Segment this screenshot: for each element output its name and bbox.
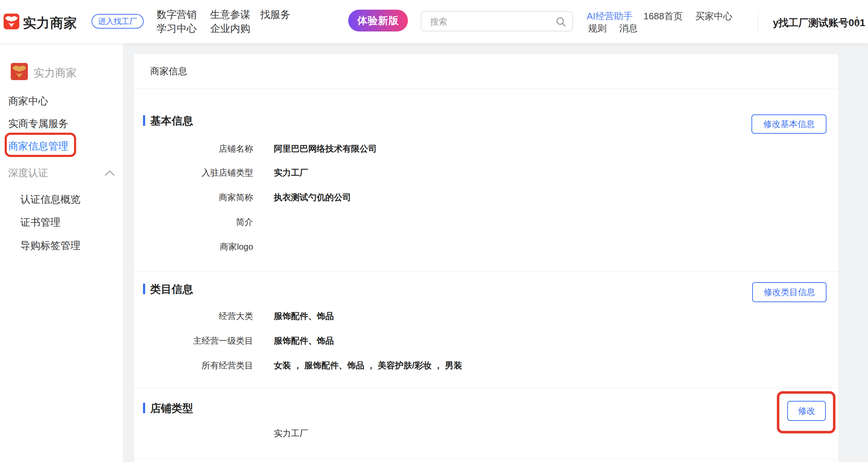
page-title: 商家信息 bbox=[150, 65, 187, 78]
divider bbox=[134, 271, 838, 272]
link-messages[interactable]: 消息 bbox=[619, 22, 638, 35]
field-row: 商家logo bbox=[134, 240, 838, 253]
divider bbox=[134, 458, 838, 459]
field-value-main-first-level-category: 服饰配件、饰品 bbox=[274, 334, 334, 347]
sidebar-item-merchant-info-management[interactable]: 商家信息管理 bbox=[8, 139, 68, 153]
field-value-all-categories: 女装 ， 服饰配件、饰品 ， 美容护肤/彩妆 ， 男装 bbox=[274, 359, 462, 372]
divider bbox=[134, 388, 838, 388]
field-value-shop-type: 实力工厂 bbox=[274, 427, 308, 440]
link-buyer-center[interactable]: 买家中心 bbox=[695, 10, 733, 23]
nav-learning-center[interactable]: 学习中心 bbox=[157, 22, 197, 35]
top-header: 实力商家 进入找工厂 数字营销 学习中心 生意参谋 企业内购 找服务 体验新版 … bbox=[0, 0, 868, 44]
chevron-up-icon[interactable] bbox=[105, 170, 115, 176]
field-label-all-categories: 所有经营类目 bbox=[134, 359, 253, 372]
field-label-merchant-logo: 商家logo bbox=[134, 240, 253, 253]
sidebar-subitem-guide-label-management[interactable]: 导购标签管理 bbox=[20, 239, 80, 252]
try-new-version-button[interactable]: 体验新版 bbox=[348, 10, 408, 31]
field-row: 店铺名称 阿里巴巴网络技术有限公司 bbox=[134, 142, 838, 155]
field-label-entry-shop-type: 入驻店铺类型 bbox=[134, 166, 253, 179]
section-accent-bar bbox=[143, 284, 145, 294]
field-value-shop-name: 阿里巴巴网络技术有限公司 bbox=[274, 142, 377, 155]
field-label-major-category: 经营大类 bbox=[134, 310, 253, 323]
enter-find-factory-button[interactable]: 进入找工厂 bbox=[92, 14, 144, 29]
brand-logo-icon bbox=[4, 14, 19, 29]
nav-digital-marketing[interactable]: 数字营销 bbox=[157, 8, 197, 21]
sidebar-subitem-certificate-management[interactable]: 证书管理 bbox=[20, 216, 60, 229]
divider bbox=[134, 89, 838, 89]
section-accent-bar bbox=[143, 115, 145, 126]
link-1688-home[interactable]: 1688首页 bbox=[643, 10, 683, 23]
sidebar-brand-icon bbox=[11, 63, 28, 80]
section-title-category-info: 类目信息 bbox=[150, 282, 193, 297]
field-row: 主经营一级类目 服饰配件、饰品 bbox=[134, 334, 838, 347]
field-row: 所有经营类目 女装 ， 服饰配件、饰品 ， 美容护肤/彩妆 ， 男装 bbox=[134, 359, 838, 372]
header-divider bbox=[758, 11, 758, 33]
nav-find-services[interactable]: 找服务 bbox=[260, 8, 290, 21]
edit-basic-info-button[interactable]: 修改基本信息 bbox=[751, 114, 827, 134]
field-row: 实力工厂 bbox=[134, 427, 838, 440]
nav-business-advisor[interactable]: 生意参谋 bbox=[210, 8, 250, 21]
field-row: 简介 bbox=[134, 216, 838, 228]
nav-enterprise-purchase[interactable]: 企业内购 bbox=[210, 22, 250, 35]
field-row: 经营大类 服饰配件、饰品 bbox=[134, 310, 838, 323]
section-accent-bar bbox=[143, 403, 145, 413]
link-ai-assistant[interactable]: AI经营助手 bbox=[587, 10, 633, 23]
search-box bbox=[421, 11, 573, 31]
field-label-shop-name: 店铺名称 bbox=[134, 142, 253, 155]
merchant-info-panel: 商家信息 基本信息 修改基本信息 店铺名称 阿里巴巴网络技术有限公司 入驻店铺类… bbox=[134, 54, 838, 462]
section-title-shop-type: 店铺类型 bbox=[150, 401, 193, 416]
field-row: 商家简称 执衣测试勺仉的公司 bbox=[134, 191, 838, 204]
search-input[interactable] bbox=[429, 12, 549, 31]
link-rules[interactable]: 规则 bbox=[588, 22, 607, 35]
edit-shop-type-button[interactable]: 修改 bbox=[787, 401, 826, 421]
edit-category-info-button[interactable]: 修改类目信息 bbox=[752, 282, 827, 302]
sidebar-subitem-certification-overview[interactable]: 认证信息概览 bbox=[20, 193, 80, 206]
sidebar-brand-text: 实力商家 bbox=[34, 66, 77, 80]
sidebar-group-deep-certification[interactable]: 深度认证 bbox=[8, 166, 48, 180]
field-row: 入驻店铺类型 实力工厂 bbox=[134, 166, 838, 179]
brand-logo-text: 实力商家 bbox=[23, 14, 77, 32]
field-label-merchant-short-name: 商家简称 bbox=[134, 191, 253, 204]
account-menu-icon[interactable] bbox=[855, 16, 859, 29]
field-value-merchant-short-name: 执衣测试勺仉的公司 bbox=[274, 191, 351, 204]
field-value-entry-shop-type: 实力工厂 bbox=[274, 166, 308, 179]
account-name[interactable]: y找工厂测试账号001 bbox=[773, 16, 865, 30]
sidebar-item-merchant-center[interactable]: 商家中心 bbox=[8, 94, 48, 108]
field-label-intro: 简介 bbox=[134, 216, 253, 228]
search-icon[interactable] bbox=[555, 16, 567, 28]
field-label-main-first-level-category: 主经营一级类目 bbox=[134, 334, 253, 347]
section-title-basic-info: 基本信息 bbox=[150, 114, 193, 128]
field-value-major-category: 服饰配件、饰品 bbox=[274, 310, 334, 323]
sidebar: 实力商家 商家中心 实商专属服务 商家信息管理 深度认证 认证信息概览 证书管理… bbox=[0, 43, 123, 462]
sidebar-item-exclusive-services[interactable]: 实商专属服务 bbox=[8, 117, 68, 131]
